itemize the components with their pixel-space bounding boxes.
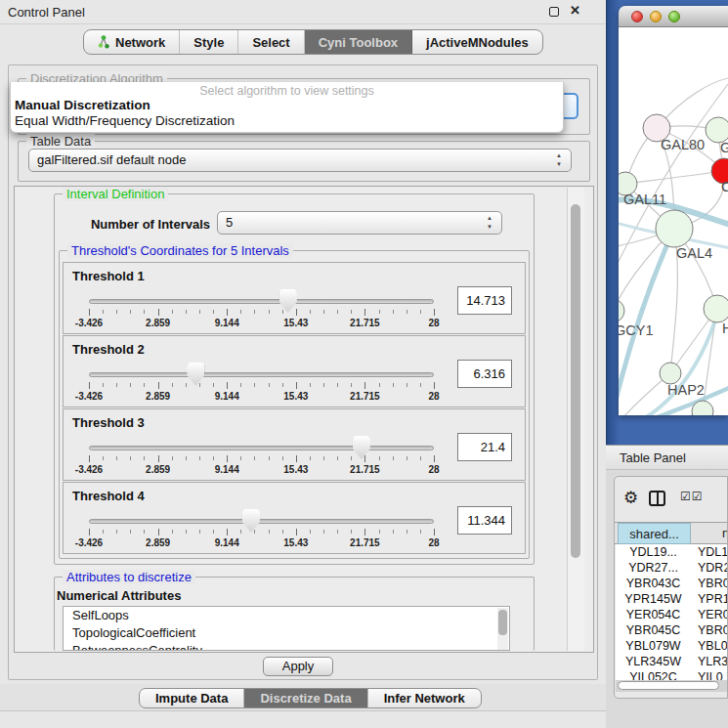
minor-tick xyxy=(282,310,283,314)
dropdown-option-manual[interactable]: Manual Discretization xyxy=(11,98,563,113)
slider-thumb[interactable] xyxy=(242,509,260,533)
tab-jactivemnodules[interactable]: jActiveMNodules xyxy=(412,30,542,54)
minimize-traffic-light-icon[interactable] xyxy=(650,11,662,22)
network-node-hap2[interactable] xyxy=(660,363,681,384)
minor-tick xyxy=(116,310,117,314)
minor-tick xyxy=(116,530,117,534)
minor-tick xyxy=(240,310,241,314)
slider-track[interactable] xyxy=(89,372,434,377)
tab-network[interactable]: Network xyxy=(84,30,180,54)
tab-label: Style xyxy=(193,35,224,50)
panel-title: Control Panel xyxy=(8,5,85,20)
major-tick xyxy=(434,382,435,389)
tab-infer-network[interactable]: Infer Network xyxy=(368,689,481,707)
cell-name: YLR3 xyxy=(691,654,728,669)
spinner-up-icon: ▲ xyxy=(487,215,492,221)
table-row-ybr045c[interactable]: YBR045CYBR0 xyxy=(616,622,728,638)
attribute-item-selfloops[interactable]: SelfLoops xyxy=(64,607,509,624)
split-columns-icon[interactable] xyxy=(649,491,665,506)
attributes-scrollbar-thumb[interactable] xyxy=(498,610,507,635)
cell-name: YPR1 xyxy=(691,591,728,607)
minor-tick xyxy=(282,530,283,534)
tick-label: 28 xyxy=(428,537,439,548)
attribute-item-topologicalcoefficient[interactable]: TopologicalCoefficient xyxy=(64,624,509,642)
slider-track[interactable] xyxy=(89,299,434,304)
threshold-value-field[interactable]: 14.713 xyxy=(457,286,512,315)
gear-icon[interactable]: ⚙ xyxy=(623,488,638,508)
algorithm-combobox-arrow[interactable] xyxy=(563,93,578,119)
close-icon[interactable]: ✕ xyxy=(570,3,580,18)
minor-tick xyxy=(103,383,104,387)
network-node-gal4[interactable] xyxy=(656,210,693,247)
cell-name: YIL0 xyxy=(691,669,723,680)
vertical-scrollbar-thumb[interactable] xyxy=(571,204,580,558)
table-header-name[interactable]: n xyxy=(691,523,728,544)
table-row-ybr043c[interactable]: YBR043CYBR0 xyxy=(616,576,728,591)
checked-box-icons[interactable]: ☑☑ xyxy=(680,490,704,503)
table-row-ydr27[interactable]: YDR27...YDR2 xyxy=(616,560,728,576)
slider-thumb[interactable] xyxy=(187,363,204,386)
minor-tick xyxy=(310,310,311,314)
tab-cyni-toolbox[interactable]: Cyni Toolbox xyxy=(305,30,412,54)
minor-tick xyxy=(172,383,173,387)
minor-tick xyxy=(323,310,324,314)
tab-style[interactable]: Style xyxy=(180,30,238,54)
threshold-value-field[interactable]: 21.4 xyxy=(457,433,512,461)
table-row-ylr345w[interactable]: YLR345WYLR3 xyxy=(616,654,728,669)
minor-tick xyxy=(393,310,394,314)
interval-definition-label: Interval Definition xyxy=(63,187,168,201)
table-panel-header[interactable]: Table Panel xyxy=(606,445,728,470)
table-row-ypr145w[interactable]: YPR145WYPR1 xyxy=(616,591,728,607)
apply-button[interactable]: Apply xyxy=(263,657,333,676)
network-view-frame: GAL80GCGAL11GAL4GCY1HHAP2 xyxy=(606,0,728,445)
dropdown-option-equal-width[interactable]: Equal Width/Frequency Discretization xyxy=(11,113,563,129)
minor-tick xyxy=(199,310,200,314)
slider-thumb[interactable] xyxy=(353,436,370,459)
tick-label: 9.144 xyxy=(215,537,239,548)
minor-tick xyxy=(103,456,104,460)
minor-tick xyxy=(282,383,283,387)
major-tick xyxy=(158,309,159,316)
tab-discretize-data[interactable]: Discretize Data xyxy=(244,689,367,707)
threshold-value-field[interactable]: 6.316 xyxy=(457,360,512,388)
major-tick xyxy=(158,455,159,462)
table-row-yil052c[interactable]: YIL052CYIL0 xyxy=(616,669,728,680)
attributes-scrollbar[interactable] xyxy=(497,608,508,651)
major-tick xyxy=(227,529,228,535)
minor-tick xyxy=(186,456,187,460)
minor-tick xyxy=(144,456,145,460)
float-window-icon[interactable] xyxy=(549,7,559,17)
network-node-gcy1[interactable] xyxy=(619,299,624,322)
table-row-yer054c[interactable]: YER054CYER0 xyxy=(616,607,728,622)
num-intervals-spinner[interactable]: 5 ▲▼ xyxy=(217,211,502,235)
cell-shared-name: YBR043C xyxy=(616,576,691,591)
maximize-traffic-light-icon[interactable] xyxy=(668,11,680,22)
tab-select[interactable]: Select xyxy=(238,30,304,54)
minor-tick xyxy=(254,456,255,460)
network-canvas[interactable]: GAL80GCGAL11GAL4GCY1HHAP2 xyxy=(619,27,728,415)
table-horizontal-scrollbar-thumb[interactable] xyxy=(618,681,719,690)
tab-label: Network xyxy=(115,35,165,50)
major-tick xyxy=(89,529,90,535)
minor-tick xyxy=(407,383,407,387)
attribute-item-betweennesscentrality[interactable]: BetweennessCentrality xyxy=(64,642,509,651)
node-label: GAL11 xyxy=(623,192,666,207)
table-data-combobox[interactable]: galFiltered.sif default node ▲▼ xyxy=(28,149,572,172)
network-node-h[interactable] xyxy=(704,295,728,322)
threshold-value-field[interactable]: 11.344 xyxy=(457,506,512,535)
table-row-ydl19[interactable]: YDL19...YDL1 xyxy=(616,544,728,560)
slider-track[interactable] xyxy=(89,519,434,524)
minor-tick xyxy=(130,310,131,314)
table-panel-body: ⚙ ☑☑ shared... n YDL19...YDL1YDR27...YDR… xyxy=(606,470,728,728)
tab-impute-data[interactable]: Impute Data xyxy=(140,689,244,707)
major-tick xyxy=(296,382,297,389)
table-header-shared-name[interactable]: shared... xyxy=(618,523,691,544)
slider-track[interactable] xyxy=(89,446,434,450)
tick-label: 28 xyxy=(428,391,439,402)
major-tick xyxy=(296,455,297,462)
cell-name: YBL0 xyxy=(691,638,728,654)
table-horizontal-scrollbar[interactable] xyxy=(616,680,728,692)
numerical-attributes-list[interactable]: SelfLoopsTopologicalCoefficientBetweenne… xyxy=(63,606,510,651)
close-traffic-light-icon[interactable] xyxy=(631,11,643,22)
table-row-ybl079w[interactable]: YBL079WYBL0 xyxy=(616,638,728,654)
